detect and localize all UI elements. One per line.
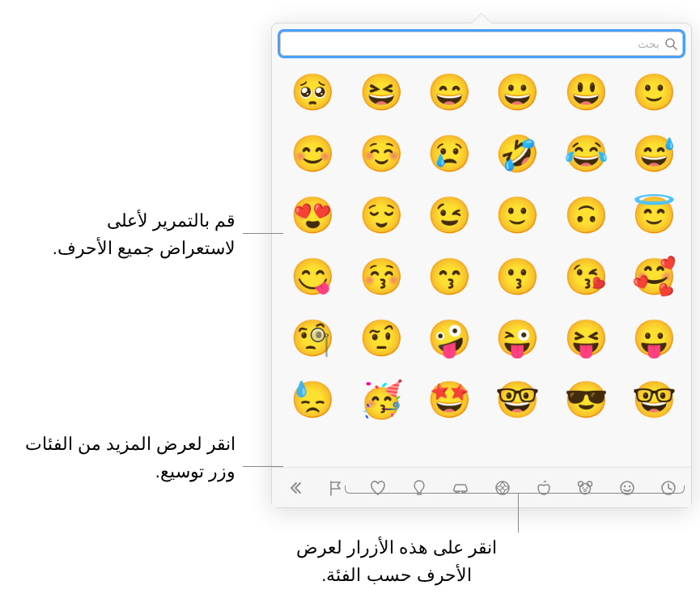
callout-categories: انقر على هذه الأزرار لعرض الأحرف حسب الف…: [275, 534, 518, 589]
emoji-cell[interactable]: 🤓: [496, 378, 540, 422]
callout-scroll: قم بالتمرير لأعلى لاستعراض جميع الأحرف.: [41, 207, 235, 262]
emoji-cell[interactable]: 😌: [360, 193, 404, 237]
emoji-cell[interactable]: 😘: [565, 255, 609, 299]
emoji-cell[interactable]: 😎: [565, 378, 609, 422]
callout-bracket: [345, 486, 685, 494]
emoji-cell[interactable]: 😂: [565, 132, 609, 176]
emoji-cell[interactable]: 😢: [428, 132, 472, 176]
emoji-cell[interactable]: 😓: [291, 378, 335, 422]
search-input[interactable]: [286, 32, 663, 55]
emoji-cell[interactable]: 🤣: [496, 132, 540, 176]
emoji-cell[interactable]: 😚: [360, 255, 404, 299]
emoji-cell[interactable]: 😉: [428, 193, 472, 237]
emoji-cell[interactable]: 😆: [360, 70, 404, 114]
emoji-cell[interactable]: 😙: [428, 255, 472, 299]
emoji-cell[interactable]: 😛: [633, 316, 677, 360]
emoji-cell[interactable]: 🙂: [633, 70, 677, 114]
emoji-cell[interactable]: 😜: [496, 316, 540, 360]
expand-button[interactable]: [278, 472, 311, 504]
emoji-cell[interactable]: 😊: [291, 132, 335, 176]
emoji-cell[interactable]: 😗: [496, 255, 540, 299]
emoji-cell[interactable]: 🥳: [360, 378, 404, 422]
emoji-cell[interactable]: 😍: [291, 193, 335, 237]
search-icon: [664, 37, 677, 50]
emoji-cell[interactable]: 😄: [428, 70, 472, 114]
emoji-grid-area[interactable]: 🙂😃😀😄😆🥺😅😂🤣😢☺️😊😇🙃🙂😉😌😍🥰😘😗😙😚😋😛😝😜🤪🤨🧐🤓😎🤓🤩🥳😓: [272, 62, 691, 459]
callout-expand: انقر لعرض المزيد من الفئات وزر توسيع.: [17, 430, 235, 486]
emoji-cell[interactable]: 🥺: [291, 70, 335, 114]
emoji-cell[interactable]: 🥰: [633, 255, 677, 299]
emoji-cell[interactable]: 😃: [565, 70, 609, 114]
emoji-cell[interactable]: 🤨: [360, 316, 404, 360]
emoji-cell[interactable]: 😇: [633, 193, 677, 237]
emoji-cell[interactable]: 🙃: [565, 193, 609, 237]
callout-leader-line: [518, 494, 519, 532]
svg-line-1: [673, 46, 677, 49]
emoji-cell[interactable]: 😀: [496, 70, 540, 114]
emoji-grid: 🙂😃😀😄😆🥺😅😂🤣😢☺️😊😇🙃🙂😉😌😍🥰😘😗😙😚😋😛😝😜🤪🤨🧐🤓😎🤓🤩🥳😓: [286, 70, 677, 422]
emoji-cell[interactable]: 😋: [291, 255, 335, 299]
character-viewer-popover: 🙂😃😀😄😆🥺😅😂🤣😢☺️😊😇🙃🙂😉😌😍🥰😘😗😙😚😋😛😝😜🤪🤨🧐🤓😎🤓🤩🥳😓: [271, 23, 692, 508]
search-field[interactable]: [280, 32, 683, 56]
emoji-cell[interactable]: 🙂: [496, 193, 540, 237]
search-wrap: [272, 23, 691, 62]
emoji-cell[interactable]: 😅: [633, 132, 677, 176]
callout-leader-line: [243, 233, 283, 234]
emoji-cell[interactable]: 🤓: [633, 378, 677, 422]
emoji-cell[interactable]: 🧐: [291, 316, 335, 360]
emoji-cell[interactable]: 😝: [565, 316, 609, 360]
callout-leader-line: [243, 466, 283, 467]
emoji-cell[interactable]: ☺️: [360, 132, 404, 176]
emoji-cell[interactable]: 🤩: [428, 378, 472, 422]
emoji-cell[interactable]: 🤪: [428, 316, 472, 360]
